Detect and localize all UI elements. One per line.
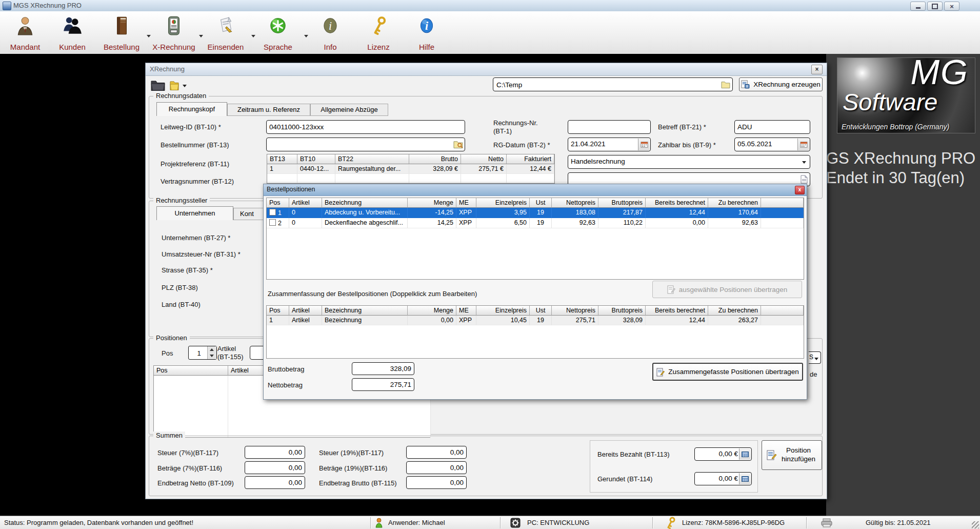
column-header[interactable]: Einzelpreis [476,198,530,208]
column-header[interactable]: Artikel [289,198,322,208]
table-cell[interactable]: Deckenflaeche abgeschlif... [322,218,408,228]
xrechnung-close-button[interactable]: × [811,65,823,74]
tab-zeitraum-referenz[interactable]: Zeitraum u. Referenz [227,104,310,116]
bestellung-lookup-table[interactable]: BT13 BT10 BT22 Brutto Netto Fakturiert 1… [267,154,555,184]
column-header[interactable]: Bereits berechnet [646,198,708,208]
column-header[interactable]: Zu berechnen [708,306,761,316]
output-path-input[interactable] [495,78,713,92]
column-header[interactable]: Bezeichnung [322,198,408,208]
transfer-selected-button[interactable]: ausgewählte Positionen übertragen [652,281,802,298]
column-header[interactable]: Nettopreis [552,306,598,316]
tab-unternehmen[interactable]: Unternehmen [156,206,233,220]
add-position-button[interactable]: Position hinzufügen [762,440,822,470]
column-header[interactable]: Menge [408,306,456,316]
toolbar-xrechnung[interactable]: X-Rechnung [150,14,197,51]
table-cell[interactable]: 19 [530,218,552,228]
table-cell[interactable]: Raumgestaltung der... [335,164,409,174]
table-cell[interactable]: 263,27 [708,316,761,325]
column-header[interactable]: Ust [530,306,552,316]
table-cell[interactable]: 170,64 [708,208,761,218]
toolbar-sprache[interactable]: Sprache [257,14,299,51]
maximize-button[interactable] [927,2,943,11]
nettobetrag-input[interactable] [352,378,414,391]
table-cell[interactable]: 0,00 [408,316,456,325]
step-up-icon[interactable] [210,348,214,351]
table-cell[interactable]: 275,71 [552,316,598,325]
table-cell[interactable]: Artikel [289,316,322,325]
zahlbar-field[interactable]: 05.05.2021 [734,138,810,151]
column-header[interactable]: Ust [530,198,552,208]
leitweg-input[interactable] [266,120,465,134]
column-header[interactable]: Bezeichnung [322,306,408,316]
table-cell[interactable]: 19 [530,316,552,325]
column-header[interactable]: Bruttopreis [598,306,646,316]
table-cell[interactable]: 1 [267,164,297,174]
toolbar-hilfe[interactable]: i Hilfe [409,14,445,51]
steuer7-input[interactable] [245,446,305,459]
rechnungsart-dropdown[interactable]: Handelsrechnung [568,155,810,169]
toolbar-kunden[interactable]: Kunden [52,14,93,51]
table-cell[interactable]: XPP [456,316,476,325]
toolbar-bestellung[interactable]: Bestellung [98,14,145,51]
bruttobetrag-input[interactable] [352,362,414,375]
save-folder-yellow-icon[interactable] [169,80,179,91]
column-header[interactable]: BT13 [267,154,297,164]
popup-close-button[interactable]: x [795,186,805,194]
output-path-field[interactable] [493,77,733,91]
table-cell[interactable]: 183,08 [552,208,598,218]
zahlbar-calendar-button[interactable] [797,139,809,150]
rechnungsnr-input[interactable] [568,120,651,134]
table-cell[interactable]: XPP [456,208,476,218]
column-header[interactable]: ME [456,306,476,316]
gerundet-calc-button[interactable] [739,473,751,484]
column-header[interactable]: Netto [461,154,507,164]
table-cell[interactable]: 1 [267,316,289,325]
table-cell[interactable]: 19 [530,208,552,218]
table-cell[interactable]: Abdeckung u. Vorbereitu... [322,208,408,218]
minimize-button[interactable] [910,2,926,11]
column-header[interactable]: Pos [267,306,289,316]
table-cell[interactable]: -14,25 [408,208,456,218]
column-header[interactable]: BT10 [297,154,335,164]
column-header[interactable]: ME [456,198,476,208]
column-header[interactable]: BT22 [335,154,409,164]
table-cell[interactable]: 1 [267,208,289,218]
column-header[interactable]: Menge [408,198,456,208]
bestellnummer-lookup-icon[interactable] [453,140,463,149]
table-cell[interactable]: 110,22 [598,218,646,228]
folder-dropdown-icon[interactable] [183,85,187,87]
generate-xrechnung-button[interactable]: XRechnung erzeugen [739,77,823,91]
column-header[interactable]: Artikel [289,306,322,316]
transfer-summary-button[interactable]: Zusammengefasste Positionen übertragen [652,363,803,381]
hidden-combo-fragment[interactable]: S [809,351,821,364]
toolbar-mandant[interactable]: Mandant [5,14,46,51]
toolbar-einsenden[interactable]: Einsenden [202,14,249,51]
column-header[interactable]: Pos [267,198,289,208]
toolbar-info[interactable]: i Info [312,14,348,51]
open-folder-dark-icon[interactable] [151,79,165,91]
bestellnummer-field[interactable] [266,138,465,151]
rgdatum-calendar-button[interactable] [638,139,650,150]
column-header[interactable]: Brutto [409,154,461,164]
bezahlt-calc-button[interactable] [739,448,751,460]
bestellpositionen-table[interactable]: Pos Artikel Bezeichnung Menge ME Einzelp… [266,198,804,280]
close-button[interactable]: × [944,2,959,11]
column-header[interactable]: Bruttopreis [598,198,646,208]
table-cell[interactable]: 0 [289,208,322,218]
table-cell[interactable]: 328,09 € [409,164,461,174]
table-cell[interactable]: 2 [267,218,289,228]
table-cell[interactable]: 0 [289,218,322,228]
browse-folder-icon[interactable] [721,81,730,89]
tab-rechnungskopf[interactable]: Rechnungskopf [156,102,227,116]
zusammenfassung-table[interactable]: Pos Artikel Bezeichnung Menge ME Einzelp… [266,305,804,359]
tab-allgemeine-abzuege[interactable]: Allgemeine Abzüge [310,104,388,116]
table-cell[interactable]: 14,25 [408,218,456,228]
table-cell[interactable]: XPP [456,218,476,228]
document-icon[interactable] [801,175,808,184]
steuer19-input[interactable] [406,446,467,459]
betreff-input[interactable] [734,120,810,134]
table-cell[interactable]: 328,09 [598,316,646,325]
row-checkbox[interactable] [269,209,276,215]
gerundet-field[interactable]: 0,00 € [694,472,752,485]
endbetrag-brutto-input[interactable] [406,476,467,489]
